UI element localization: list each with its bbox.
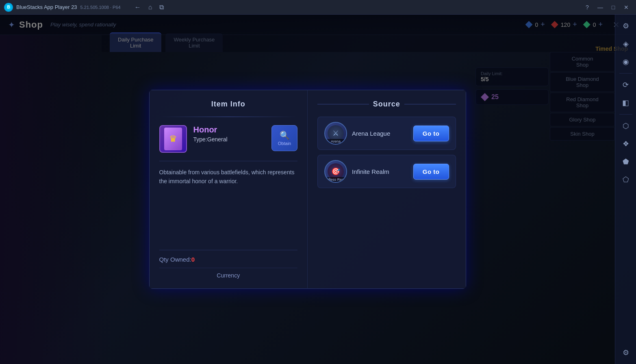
realm-goto-button[interactable]: Go to — [413, 164, 449, 180]
sidebar-divider-2 — [619, 114, 632, 115]
sidebar-btn-circle[interactable]: ◉ — [618, 54, 634, 70]
realm-source-icon: 🎯 Idless Real — [324, 160, 347, 183]
sidebar-btn-layout[interactable]: ◧ — [618, 95, 634, 111]
qty-owned-value: 0 — [191, 256, 195, 263]
nav-tabs-button[interactable]: ⧉ — [157, 3, 166, 12]
sidebar-btn-settings[interactable]: ⚙ — [618, 18, 634, 34]
source-panel-title: Source — [373, 100, 400, 108]
item-footer: Qty Owned:0 Currency — [159, 250, 298, 279]
title-bar-left: B BlueStacks App Player 23 5.21.505.1008… — [4, 3, 174, 12]
source-arena-row: ⚔ Arena Arena League Go to — [317, 117, 456, 150]
sidebar-btn-shape1[interactable]: ⬟ — [618, 154, 634, 170]
item-description-text: Obtainable from various battlefields, wh… — [159, 169, 295, 184]
item-icon-box: ♛ — [159, 125, 187, 153]
source-panel: Source ⚔ Arena Arena League Go to 🎯 — [307, 90, 466, 289]
item-description: Obtainable from various battlefields, wh… — [159, 161, 298, 250]
item-name-type: Honor Type:General — [193, 125, 265, 143]
obtain-label: Obtain — [278, 141, 291, 146]
arena-source-name: Arena League — [352, 130, 408, 137]
title-bar-right: ? — □ ✕ — [582, 2, 632, 13]
item-info-title: Item Info — [159, 100, 298, 108]
nav-home-button[interactable]: ⌂ — [146, 3, 155, 12]
right-sidebar: ⚙ ◈ ◉ ⟳ ◧ ⬡ ❖ ⬟ ⬠ ⚙ — [615, 15, 636, 364]
item-info-panel: Item Info ♛ Honor Type:General — [149, 90, 308, 289]
item-type-value: General — [207, 136, 228, 143]
realm-icon-label: Idless Real — [325, 177, 346, 182]
source-title-line: Source — [317, 100, 456, 108]
sidebar-btn-star[interactable]: ❖ — [618, 136, 634, 152]
minimize-button[interactable]: — — [595, 3, 606, 12]
sidebar-btn-hex[interactable]: ⬡ — [618, 118, 634, 134]
source-realm-row: 🎯 Idless Real Infinite Realm Go to — [317, 155, 456, 188]
item-icon-card: ♛ — [164, 128, 182, 150]
arena-goto-button[interactable]: Go to — [413, 126, 449, 141]
modal-overlay: Item Info ♛ Honor Type:General — [0, 15, 615, 364]
item-name-label: Honor — [193, 125, 265, 134]
arena-icon-label: Arena — [325, 139, 346, 144]
app-name: BlueStacks App Player 23 — [16, 4, 77, 10]
arena-source-icon: ⚔ Arena — [324, 122, 347, 145]
modal-container: Item Info ♛ Honor Type:General — [149, 90, 466, 289]
game-area: ✦ Shop Play wisely, spend rationally 0 +… — [0, 15, 636, 364]
sidebar-btn-refresh[interactable]: ⟳ — [618, 77, 634, 93]
currency-footer-label: Currency — [159, 268, 298, 279]
item-type-label: Type:General — [193, 136, 265, 143]
item-header: ♛ Honor Type:General 🔍 Obtain — [159, 125, 298, 153]
maximize-button[interactable]: □ — [608, 3, 619, 12]
title-bar: B BlueStacks App Player 23 5.21.505.1008… — [0, 0, 636, 15]
source-line-left — [317, 104, 369, 104]
obtain-search-icon: 🔍 — [280, 130, 290, 140]
app-version: 5.21.505.1008 · P64 — [80, 5, 121, 10]
help-button[interactable]: ? — [582, 2, 593, 13]
item-info-divider — [159, 117, 298, 117]
sidebar-btn-bottom-settings[interactable]: ⚙ — [618, 344, 634, 361]
item-type-prefix: Type: — [193, 136, 207, 143]
close-window-button[interactable]: ✕ — [621, 3, 632, 12]
obtain-button[interactable]: 🔍 Obtain — [271, 125, 297, 151]
item-crown-icon: ♛ — [169, 134, 177, 144]
realm-source-name: Infinite Realm — [352, 168, 408, 175]
sidebar-btn-diamond[interactable]: ◈ — [618, 36, 634, 52]
qty-owned: Qty Owned:0 — [159, 256, 298, 263]
sidebar-btn-shape2[interactable]: ⬠ — [618, 171, 634, 188]
title-bar-nav: ← ⌂ ⧉ — [132, 3, 167, 12]
sidebar-divider-1 — [619, 73, 632, 74]
qty-owned-label: Qty Owned: — [159, 256, 191, 263]
nav-back-button[interactable]: ← — [132, 3, 143, 12]
source-line-right — [404, 104, 456, 104]
bluestacks-logo: B — [4, 3, 13, 12]
